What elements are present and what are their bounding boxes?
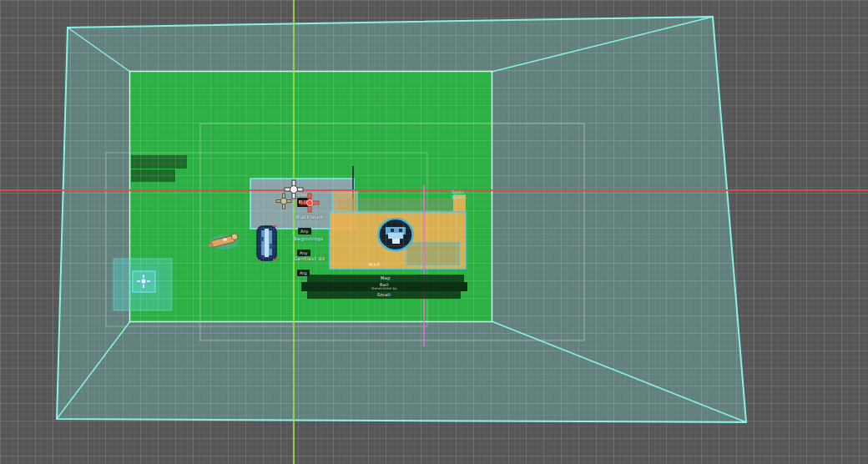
overlay-bar-top-2 <box>131 169 175 182</box>
row-beginnings-label: Beginnings <box>294 235 323 241</box>
capsule-sprite[interactable] <box>257 225 276 261</box>
y-axis-line <box>293 0 295 464</box>
spawn-note-line2: Spawn <box>452 194 467 199</box>
magenta-guide-line <box>423 185 425 346</box>
title-bar-small-text: Small <box>377 293 391 297</box>
row-blackteam-label: Blackteam <box>295 214 324 219</box>
title-bar-rail[interactable]: Rail Generated by <box>301 282 467 291</box>
scene-canvas[interactable] <box>0 0 868 464</box>
trigger-move-gizmo-icon[interactable] <box>135 273 152 290</box>
overlay-bar-top-1 <box>131 155 187 169</box>
zone-map-label: MAP <box>369 262 381 267</box>
row-gentlest-label: Gentlest dd <box>294 255 325 261</box>
title-bar-map-text: Map <box>381 276 391 280</box>
row-blackteam-badge[interactable]: Any <box>298 228 311 235</box>
zone-sub-rect[interactable] <box>406 242 460 265</box>
title-bar-rail-subtext: Generated by <box>371 287 397 290</box>
scene-editor-viewport[interactable]: Tiles Blackteam Any Beginnings Any Gentl… <box>0 0 868 464</box>
spawn-note: Spots Spawn <box>452 189 467 199</box>
title-bar-map[interactable]: Map <box>307 275 464 282</box>
red-crosshair-gizmo-icon[interactable] <box>299 192 320 214</box>
olive-move-gizmo-icon[interactable] <box>275 192 293 210</box>
x-axis-line <box>0 189 868 191</box>
title-bar-small[interactable]: Small <box>307 291 461 299</box>
emblem-entity[interactable] <box>379 219 413 250</box>
